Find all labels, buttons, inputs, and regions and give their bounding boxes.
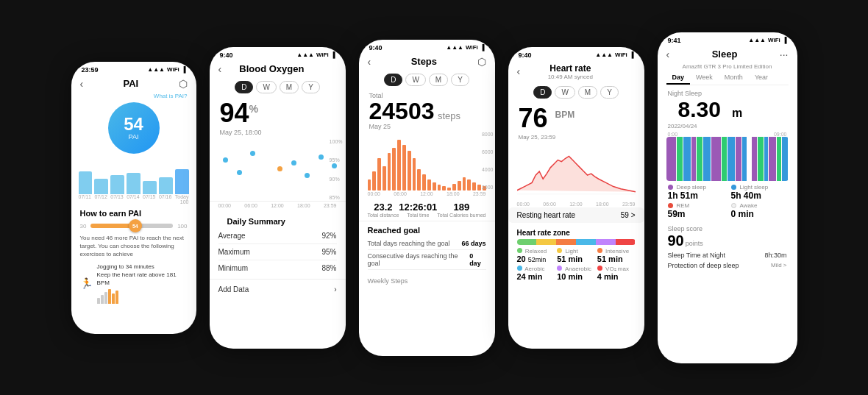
daily-label: Maximum	[218, 248, 250, 256]
awake-label: Awake	[740, 202, 758, 209]
spo2-unit: %	[249, 103, 258, 115]
share-icon-3[interactable]: ⬡	[477, 56, 486, 68]
sleep-tab-week[interactable]: Week	[690, 71, 719, 85]
sleep-time-row: 8.30 m	[668, 97, 743, 121]
axis-x-label: 23:59	[324, 203, 337, 208]
goal-row-1: Total days reaching the goal 66 days	[368, 238, 486, 250]
zone-dot-light	[557, 248, 562, 253]
spo2-tab-y[interactable]: Y	[302, 81, 320, 93]
battery-icon-1: ▐	[182, 66, 186, 73]
zone-seg-relaxed	[517, 239, 537, 245]
page-title-3: Steps	[371, 56, 477, 67]
hr-tab-d[interactable]: D	[533, 86, 552, 99]
nav-bar-3: ‹ Steps ⬡	[359, 53, 495, 71]
hr-subtitle: 10:49 AM synced	[520, 74, 620, 80]
pai-date-label: 07/13	[110, 194, 124, 199]
pai-dates: 07/1107/1207/1307/1407/1507/16Today	[71, 194, 196, 199]
rem-dot	[668, 203, 673, 208]
resting-hr-value: 59 >	[621, 211, 636, 219]
steps-bar	[442, 186, 446, 191]
time-2: 9:40	[220, 51, 233, 59]
hr-tab-m[interactable]: M	[578, 86, 597, 99]
sleep-night-row: Sleep Time at Night 8h:30m	[658, 250, 797, 259]
pai-bar	[175, 169, 189, 193]
daily-value: 92%	[321, 232, 336, 240]
axis-x-label: 12:00	[271, 203, 284, 208]
hr-tabs: DWMY	[508, 83, 644, 102]
add-data-label: Add Data	[218, 285, 249, 293]
steps-axis-x-label: 06:00	[394, 191, 407, 196]
daily-row: Maximum95%	[218, 244, 337, 260]
wifi-icon-3: WiFi	[466, 44, 478, 51]
spo2-tab-d[interactable]: D	[235, 81, 253, 93]
zone-seg-anaerobic	[596, 239, 616, 245]
awake-val: 0 min	[731, 209, 787, 219]
what-is-pai[interactable]: What is PAI?	[71, 93, 196, 99]
zone-dot-anaerobic	[557, 266, 562, 271]
sleep-segment	[683, 137, 691, 181]
steps-axis-y-label: 6000	[482, 149, 494, 154]
spo2-daily-rows: Average92%Maximum95%Minimum88%	[218, 228, 337, 276]
signal-icon-1: ▲▲▲	[147, 66, 165, 73]
nav-bar-2: ‹ Blood Oxygen	[210, 60, 346, 78]
steps-unit: steps	[438, 110, 460, 121]
sleep-segment	[722, 137, 727, 181]
phone-sleep: 9:41 ▲▲▲ WiFi ▐ ‹ Sleep ··· Amazfit GTR …	[658, 32, 797, 363]
sleep-axis-x: 0:00 09:00	[658, 132, 797, 137]
stat-distance: 23.2 Total distance	[368, 202, 399, 218]
mini-bar	[112, 293, 115, 304]
sleep-deep-label: Protection of deep sleep	[668, 262, 739, 269]
steps-tab-m[interactable]: M	[429, 74, 448, 86]
steps-tab-w[interactable]: W	[405, 74, 425, 86]
mini-bar	[115, 291, 118, 304]
spo2-tab-w[interactable]: W	[256, 81, 276, 93]
sleep-deep-row[interactable]: Protection of deep sleep Mild >	[658, 260, 797, 269]
pai-date-label: 07/12	[94, 194, 107, 199]
weekly-steps-label: Weekly Steps	[359, 274, 495, 288]
sleep-segment	[728, 137, 735, 181]
spo2-date: May 25, 18:00	[210, 129, 346, 139]
pai-bar	[143, 181, 157, 194]
steps-bar	[408, 151, 411, 191]
earn-track[interactable]: 54	[90, 224, 173, 228]
steps-tab-y[interactable]: Y	[451, 74, 469, 86]
scatter-dot	[250, 151, 255, 156]
light-sleep-stat: Light sleep 5h 40m	[731, 184, 787, 201]
light-dot	[731, 185, 736, 190]
exercise-mini-bars	[97, 289, 188, 304]
steps-bar	[397, 140, 401, 190]
hr-value-row: 76 BPM	[508, 102, 644, 134]
wifi-icon-4: WiFi	[615, 51, 627, 58]
zone-relaxed-label: Relaxed	[525, 248, 547, 255]
zone-light-mins: 51 min	[557, 255, 595, 263]
exercise-text-1: Jogging to 34 minutes	[97, 263, 188, 271]
steps-bar	[438, 185, 441, 190]
pai-circle: 54 PAI	[108, 102, 160, 154]
hr-date: May 25, 23:59	[508, 134, 644, 142]
steps-bar	[383, 166, 386, 190]
sleep-tab-year[interactable]: Year	[749, 71, 774, 85]
zone-aerobic-label: Aerobic	[524, 266, 544, 272]
scatter-dot	[291, 160, 296, 166]
status-icons-2: ▲▲▲ WiFi ▐	[296, 51, 335, 58]
sleep-tab-month[interactable]: Month	[719, 71, 749, 85]
zone-intensive-mins: 51 min	[597, 255, 636, 263]
phone-pai: 23:59 ▲▲▲ WiFi ▐ ‹ PAI ⬡ What is PAI? 54…	[71, 62, 196, 334]
sleep-tab-day[interactable]: Day	[666, 71, 691, 85]
more-icon-5[interactable]: ···	[780, 49, 789, 60]
sleep-header: Night Sleep 8.30 m	[658, 88, 797, 123]
deep-dot	[668, 185, 673, 190]
hr-tab-w[interactable]: W	[555, 86, 574, 99]
zone-light: Light 51 min	[557, 248, 595, 263]
sleep-time-unit: m	[732, 107, 742, 120]
night-sleep-label: Night Sleep	[668, 90, 743, 97]
sleep-segment	[782, 137, 788, 181]
hr-tab-y[interactable]: Y	[600, 86, 619, 99]
spo2-tab-m[interactable]: M	[280, 81, 299, 93]
spo2-tabs: DWMY	[210, 78, 346, 96]
add-data-row[interactable]: Add Data ›	[210, 279, 346, 299]
steps-bar	[402, 145, 406, 190]
steps-tab-d[interactable]: D	[384, 74, 402, 86]
share-icon-1[interactable]: ⬡	[179, 78, 188, 90]
wifi-icon-1: WiFi	[167, 66, 179, 73]
